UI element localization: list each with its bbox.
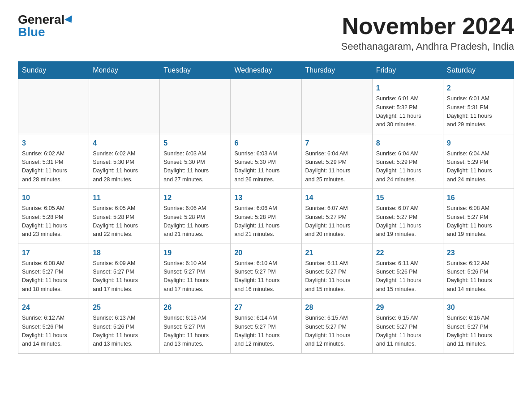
day-number: 14 <box>305 193 369 203</box>
calendar-cell: 1Sunrise: 6:01 AMSunset: 5:32 PMDaylight… <box>372 79 443 134</box>
calendar-cell: 30Sunrise: 6:16 AMSunset: 5:27 PMDayligh… <box>443 299 514 354</box>
calendar-cell: 4Sunrise: 6:02 AMSunset: 5:30 PMDaylight… <box>89 134 160 189</box>
day-number: 25 <box>93 302 156 313</box>
day-info: Sunrise: 6:13 AMSunset: 5:27 PMDaylight:… <box>163 314 227 349</box>
day-number: 23 <box>447 248 510 258</box>
calendar-cell: 13Sunrise: 6:06 AMSunset: 5:28 PMDayligh… <box>231 189 301 244</box>
day-info: Sunrise: 6:04 AMSunset: 5:29 PMDaylight:… <box>305 150 369 184</box>
calendar-week-row: 10Sunrise: 6:05 AMSunset: 5:28 PMDayligh… <box>18 189 514 244</box>
logo-triangle-icon <box>64 15 75 25</box>
day-info: Sunrise: 6:12 AMSunset: 5:26 PMDaylight:… <box>447 259 510 294</box>
weekday-header-monday: Monday <box>89 62 160 79</box>
calendar-cell: 16Sunrise: 6:08 AMSunset: 5:27 PMDayligh… <box>443 189 514 244</box>
weekday-header-friday: Friday <box>372 62 443 79</box>
weekday-header-sunday: Sunday <box>18 62 89 79</box>
day-number: 5 <box>163 138 227 149</box>
day-number: 21 <box>305 248 369 258</box>
day-info: Sunrise: 6:11 AMSunset: 5:26 PMDaylight:… <box>376 259 439 294</box>
calendar-cell: 29Sunrise: 6:15 AMSunset: 5:27 PMDayligh… <box>372 299 443 354</box>
day-number: 20 <box>234 248 297 258</box>
day-number: 27 <box>234 302 297 313</box>
day-number: 8 <box>376 138 439 149</box>
calendar-cell <box>160 79 231 134</box>
day-number: 13 <box>234 193 297 203</box>
day-info: Sunrise: 6:02 AMSunset: 5:30 PMDaylight:… <box>93 150 156 184</box>
day-number: 12 <box>163 193 227 203</box>
calendar-cell: 26Sunrise: 6:13 AMSunset: 5:27 PMDayligh… <box>160 299 231 354</box>
calendar-cell: 21Sunrise: 6:11 AMSunset: 5:27 PMDayligh… <box>301 244 372 299</box>
day-info: Sunrise: 6:08 AMSunset: 5:27 PMDaylight:… <box>22 259 85 294</box>
weekday-header-tuesday: Tuesday <box>160 62 231 79</box>
day-number: 9 <box>447 138 510 149</box>
calendar-header-row: SundayMondayTuesdayWednesdayThursdayFrid… <box>18 62 514 79</box>
month-title: November 2024 <box>341 13 515 39</box>
day-number: 7 <box>305 138 369 149</box>
calendar-cell <box>89 79 160 134</box>
calendar-week-row: 3Sunrise: 6:02 AMSunset: 5:31 PMDaylight… <box>18 134 514 189</box>
weekday-header-saturday: Saturday <box>443 62 514 79</box>
day-info: Sunrise: 6:06 AMSunset: 5:28 PMDaylight:… <box>234 204 297 239</box>
day-number: 22 <box>376 248 439 258</box>
day-info: Sunrise: 6:01 AMSunset: 5:32 PMDaylight:… <box>376 94 439 129</box>
day-number: 2 <box>447 83 510 94</box>
calendar-table: SundayMondayTuesdayWednesdayThursdayFrid… <box>18 61 514 354</box>
day-info: Sunrise: 6:02 AMSunset: 5:31 PMDaylight:… <box>22 150 85 184</box>
calendar-cell: 19Sunrise: 6:10 AMSunset: 5:27 PMDayligh… <box>160 244 231 299</box>
day-info: Sunrise: 6:05 AMSunset: 5:28 PMDaylight:… <box>93 204 156 239</box>
weekday-header-wednesday: Wednesday <box>231 62 301 79</box>
calendar-cell: 20Sunrise: 6:10 AMSunset: 5:27 PMDayligh… <box>231 244 301 299</box>
day-info: Sunrise: 6:03 AMSunset: 5:30 PMDaylight:… <box>163 150 227 184</box>
calendar-week-row: 24Sunrise: 6:12 AMSunset: 5:26 PMDayligh… <box>18 299 514 354</box>
day-info: Sunrise: 6:08 AMSunset: 5:27 PMDaylight:… <box>447 204 510 239</box>
weekday-header-thursday: Thursday <box>301 62 372 79</box>
day-number: 15 <box>376 193 439 203</box>
calendar-cell <box>18 79 89 134</box>
day-info: Sunrise: 6:03 AMSunset: 5:30 PMDaylight:… <box>234 150 297 184</box>
day-number: 4 <box>93 138 156 149</box>
day-number: 17 <box>22 248 85 258</box>
logo-top-line: General <box>18 13 74 26</box>
day-number: 6 <box>234 138 297 149</box>
calendar-cell: 27Sunrise: 6:14 AMSunset: 5:27 PMDayligh… <box>231 299 301 354</box>
day-info: Sunrise: 6:06 AMSunset: 5:28 PMDaylight:… <box>163 204 227 239</box>
day-number: 16 <box>447 193 510 203</box>
calendar-cell: 2Sunrise: 6:01 AMSunset: 5:31 PMDaylight… <box>443 79 514 134</box>
day-info: Sunrise: 6:10 AMSunset: 5:27 PMDaylight:… <box>163 259 227 294</box>
logo-blue-text: Blue <box>18 25 45 39</box>
day-info: Sunrise: 6:05 AMSunset: 5:28 PMDaylight:… <box>22 204 85 239</box>
day-info: Sunrise: 6:12 AMSunset: 5:26 PMDaylight:… <box>22 314 85 349</box>
location-subtitle: Seethanagaram, Andhra Pradesh, India <box>341 41 515 52</box>
day-number: 11 <box>93 193 156 203</box>
calendar-cell: 14Sunrise: 6:07 AMSunset: 5:27 PMDayligh… <box>301 189 372 244</box>
calendar-cell: 25Sunrise: 6:13 AMSunset: 5:26 PMDayligh… <box>89 299 160 354</box>
day-info: Sunrise: 6:14 AMSunset: 5:27 PMDaylight:… <box>234 314 297 349</box>
calendar-cell: 5Sunrise: 6:03 AMSunset: 5:30 PMDaylight… <box>160 134 231 189</box>
calendar-cell: 10Sunrise: 6:05 AMSunset: 5:28 PMDayligh… <box>18 189 89 244</box>
calendar-cell: 6Sunrise: 6:03 AMSunset: 5:30 PMDaylight… <box>231 134 301 189</box>
day-info: Sunrise: 6:09 AMSunset: 5:27 PMDaylight:… <box>93 259 156 294</box>
day-info: Sunrise: 6:16 AMSunset: 5:27 PMDaylight:… <box>447 314 510 349</box>
day-info: Sunrise: 6:11 AMSunset: 5:27 PMDaylight:… <box>305 259 369 294</box>
calendar-cell: 12Sunrise: 6:06 AMSunset: 5:28 PMDayligh… <box>160 189 231 244</box>
day-info: Sunrise: 6:10 AMSunset: 5:27 PMDaylight:… <box>234 259 297 294</box>
logo: General Blue <box>18 13 74 39</box>
day-info: Sunrise: 6:13 AMSunset: 5:26 PMDaylight:… <box>93 314 156 349</box>
day-info: Sunrise: 6:04 AMSunset: 5:29 PMDaylight:… <box>376 150 439 184</box>
calendar-cell: 24Sunrise: 6:12 AMSunset: 5:26 PMDayligh… <box>18 299 89 354</box>
calendar-cell: 18Sunrise: 6:09 AMSunset: 5:27 PMDayligh… <box>89 244 160 299</box>
calendar-cell: 15Sunrise: 6:07 AMSunset: 5:27 PMDayligh… <box>372 189 443 244</box>
day-info: Sunrise: 6:15 AMSunset: 5:27 PMDaylight:… <box>305 314 369 349</box>
day-number: 30 <box>447 302 510 313</box>
calendar-cell: 3Sunrise: 6:02 AMSunset: 5:31 PMDaylight… <box>18 134 89 189</box>
calendar-cell: 22Sunrise: 6:11 AMSunset: 5:26 PMDayligh… <box>372 244 443 299</box>
calendar-week-row: 1Sunrise: 6:01 AMSunset: 5:32 PMDaylight… <box>18 79 514 134</box>
calendar-cell: 7Sunrise: 6:04 AMSunset: 5:29 PMDaylight… <box>301 134 372 189</box>
day-number: 1 <box>376 83 439 94</box>
day-number: 18 <box>93 248 156 258</box>
day-number: 28 <box>305 302 369 313</box>
calendar-week-row: 17Sunrise: 6:08 AMSunset: 5:27 PMDayligh… <box>18 244 514 299</box>
calendar-cell: 11Sunrise: 6:05 AMSunset: 5:28 PMDayligh… <box>89 189 160 244</box>
day-info: Sunrise: 6:15 AMSunset: 5:27 PMDaylight:… <box>376 314 439 349</box>
calendar-cell: 23Sunrise: 6:12 AMSunset: 5:26 PMDayligh… <box>443 244 514 299</box>
calendar-cell: 8Sunrise: 6:04 AMSunset: 5:29 PMDaylight… <box>372 134 443 189</box>
